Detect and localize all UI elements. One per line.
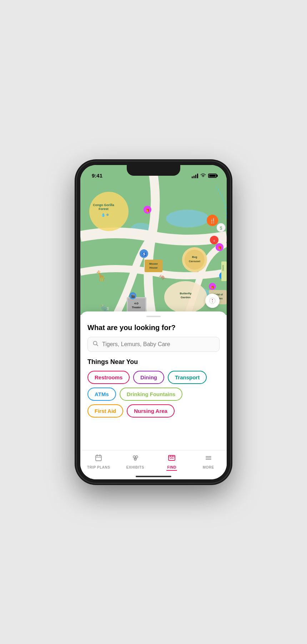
svg-point-1 xyxy=(166,210,209,228)
find-icon xyxy=(168,454,176,464)
svg-rect-17 xyxy=(128,298,145,312)
svg-point-4 xyxy=(89,192,129,231)
svg-text:Theater: Theater xyxy=(132,306,141,309)
tag-transport-button[interactable]: Transport xyxy=(168,371,207,384)
svg-text:🦘: 🦘 xyxy=(159,274,166,281)
svg-rect-64 xyxy=(221,261,227,281)
svg-text:Carousel: Carousel xyxy=(189,260,200,263)
tag-nursing-area-button[interactable]: Nursing Area xyxy=(127,404,175,418)
svg-text:Butterfly: Butterfly xyxy=(180,292,192,295)
tag-restrooms-button[interactable]: Restrooms xyxy=(87,371,130,384)
tab-more[interactable]: MORE xyxy=(190,454,227,469)
exhibits-icon xyxy=(131,454,139,464)
search-icon xyxy=(93,341,99,348)
tab-bar: TRIP PLANS EXHIBITS xyxy=(80,450,227,479)
svg-text:🦒: 🦒 xyxy=(95,270,107,282)
svg-point-80 xyxy=(136,456,138,458)
svg-text:♿: ♿ xyxy=(142,252,146,256)
svg-line-74 xyxy=(97,344,98,346)
home-indicator xyxy=(136,476,171,477)
svg-text:🎁: 🎁 xyxy=(146,208,150,213)
svg-text:🍴: 🍴 xyxy=(210,218,216,224)
screen: 9:41 xyxy=(80,165,227,479)
tab-trip-plans[interactable]: TRIP PLANS xyxy=(80,454,117,469)
signal-bars-icon xyxy=(192,174,198,178)
tab-find-indicator xyxy=(166,470,177,471)
svg-text:4-D: 4-D xyxy=(134,302,139,305)
status-icons xyxy=(192,173,217,179)
tag-drinking-fountains-button[interactable]: Drinking Fountains xyxy=(120,388,183,401)
tag-first-aid-button[interactable]: First Aid xyxy=(87,404,123,418)
svg-text:DANC: DANC xyxy=(222,265,224,271)
tag-atms-button[interactable]: ATMs xyxy=(87,388,116,401)
svg-text:❄: ❄ xyxy=(106,213,109,217)
battery-fill xyxy=(209,175,216,177)
svg-text:🎬: 🎬 xyxy=(131,294,135,298)
map-svg: Congo Gorilla Forest 💧 ❄ Mouse House Bug… xyxy=(80,165,227,315)
svg-text:$: $ xyxy=(220,226,222,231)
sheet-title: What are you looking for? xyxy=(87,324,220,332)
svg-text:🎁: 🎁 xyxy=(218,246,222,250)
notch xyxy=(127,165,180,176)
tab-more-label: MORE xyxy=(203,465,214,469)
svg-text:Garden: Garden xyxy=(181,296,191,299)
tab-trip-plans-label: TRIP PLANS xyxy=(87,465,110,469)
svg-text:Forest: Forest xyxy=(99,207,109,211)
phone-frame: 9:41 xyxy=(77,161,230,483)
tab-exhibits-label: EXHIBITS xyxy=(126,465,144,469)
search-input[interactable] xyxy=(102,341,214,348)
map-container[interactable]: Congo Gorilla Forest 💧 ❄ Mouse House Bug… xyxy=(80,165,227,315)
svg-text:Bug: Bug xyxy=(192,255,197,259)
svg-text:💧: 💧 xyxy=(101,213,106,217)
more-icon xyxy=(205,454,212,464)
svg-text:+: + xyxy=(213,239,215,243)
svg-text:Congo Gorilla: Congo Gorilla xyxy=(93,203,114,207)
battery-icon xyxy=(208,174,217,178)
sheet-handle xyxy=(146,316,161,317)
wifi-icon xyxy=(200,173,206,179)
search-bar[interactable] xyxy=(87,337,220,352)
compass-button[interactable] xyxy=(205,294,220,308)
svg-text:Mouse: Mouse xyxy=(149,262,158,265)
tab-find[interactable]: FIND xyxy=(154,454,190,471)
svg-text:House: House xyxy=(150,266,158,269)
trip-plans-icon xyxy=(95,454,102,464)
svg-point-79 xyxy=(133,456,135,458)
svg-rect-75 xyxy=(96,455,101,461)
tags-container: Restrooms Dining Transport ATMs Drinking… xyxy=(87,371,220,418)
tag-dining-button[interactable]: Dining xyxy=(133,371,164,384)
status-time: 9:41 xyxy=(90,173,102,179)
svg-text:🎁: 🎁 xyxy=(211,285,214,289)
tab-find-label: FIND xyxy=(167,465,176,469)
tab-exhibits[interactable]: EXHIBITS xyxy=(117,454,154,469)
nearby-title: Things Near You xyxy=(87,358,220,366)
